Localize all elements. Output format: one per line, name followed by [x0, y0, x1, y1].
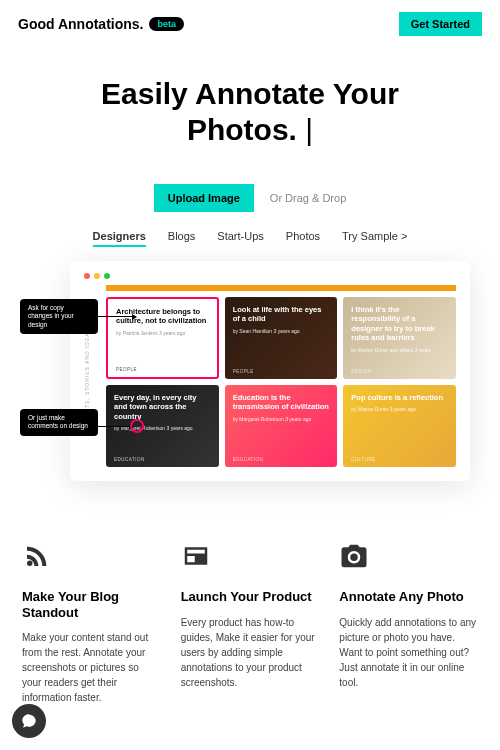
hero-title: Easily Annotate Your Photos. | — [20, 76, 480, 148]
demo-window: THOUGHTS, STORIES AND IDEAS Architecture… — [70, 261, 470, 481]
feature-title: Launch Your Product — [181, 589, 320, 605]
tab-designers[interactable]: Designers — [93, 230, 146, 247]
card-meta: by Margaret Robertson 3 years ago — [233, 416, 330, 422]
card-meta: by Sean Hamilton 3 years ago — [233, 328, 330, 334]
callout-comments: Or just make comments on design — [20, 409, 98, 436]
card-tag: PEOPLE — [116, 367, 137, 372]
hero-line2: Photos. — [187, 113, 297, 146]
camera-icon — [339, 541, 369, 571]
feature-body: Quickly add annotations to any picture o… — [339, 615, 478, 690]
window-controls — [78, 269, 462, 285]
card-title: Education is the transmission of civiliz… — [233, 393, 330, 412]
card-title: Every day, in every city and town across… — [114, 393, 211, 421]
hero-line1: Easily Annotate Your — [101, 77, 399, 110]
cards-grid: THOUGHTS, STORIES AND IDEAS Architecture… — [78, 297, 462, 473]
drag-drop-text: Or Drag & Drop — [270, 192, 346, 204]
feature-photo: Annotate Any Photo Quickly add annotatio… — [339, 541, 478, 705]
demo-container: Ask for copy changes in your design Or j… — [30, 261, 470, 481]
upload-image-button[interactable]: Upload Image — [154, 184, 254, 212]
card-tag: EDUCATION — [233, 457, 264, 462]
logo-text[interactable]: Good Annotations. — [18, 16, 143, 32]
expand-dot-icon — [104, 273, 110, 279]
card-meta: by Marion Duran 3 years ago — [351, 406, 448, 412]
card-tag: DESIGN — [351, 369, 371, 374]
typing-cursor: | — [305, 113, 313, 146]
demo-card: I think it's the responsibility of a des… — [343, 297, 456, 379]
card-title: Look at life with the eyes of a child — [233, 305, 330, 324]
feature-title: Annotate Any Photo — [339, 589, 478, 605]
minimize-dot-icon — [94, 273, 100, 279]
header: Good Annotations. beta Get Started — [0, 0, 500, 48]
tab-blogs[interactable]: Blogs — [168, 230, 196, 247]
header-bar — [106, 285, 456, 291]
beta-badge: beta — [149, 17, 184, 31]
chat-icon — [21, 713, 37, 729]
feature-body: Every product has how-to guides, Make it… — [181, 615, 320, 690]
feature-product: Launch Your Product Every product has ho… — [181, 541, 320, 705]
hero: Easily Annotate Your Photos. | — [0, 48, 500, 160]
demo-card: Education is the transmission of civiliz… — [225, 385, 338, 467]
demo-card: Architecture belongs to culture, not to … — [106, 297, 219, 379]
card-tag: PEOPLE — [233, 369, 254, 374]
arrow-icon — [98, 426, 133, 427]
upload-row: Upload Image Or Drag & Drop — [0, 184, 500, 212]
demo-tabs: Designers Blogs Start-Ups Photos Try Sam… — [0, 230, 500, 247]
card-tag: CULTURE — [351, 457, 375, 462]
window-icon — [181, 541, 211, 571]
tab-try-sample[interactable]: Try Sample > — [342, 230, 407, 247]
feature-blog: Make Your Blog Standout Make your conten… — [22, 541, 161, 705]
tab-startups[interactable]: Start-Ups — [217, 230, 263, 247]
card-title: Pop culture is a reflection — [351, 393, 448, 402]
card-title: I think it's the responsibility of a des… — [351, 305, 448, 343]
circle-marker-icon — [130, 419, 144, 433]
feature-title: Make Your Blog Standout — [22, 589, 161, 620]
callout-copy-changes: Ask for copy changes in your design — [20, 299, 98, 334]
get-started-button[interactable]: Get Started — [399, 12, 482, 36]
card-meta: by Marion Duran and others 3 years — [351, 347, 448, 353]
demo-card: Look at life with the eyes of a child by… — [225, 297, 338, 379]
feature-body: Make your content stand out from the res… — [22, 630, 161, 705]
close-dot-icon — [84, 273, 90, 279]
arrow-icon — [98, 316, 136, 317]
card-tag: EDUCATION — [114, 457, 145, 462]
logo-wrap: Good Annotations. beta — [18, 16, 184, 32]
tab-photos[interactable]: Photos — [286, 230, 320, 247]
chat-button[interactable] — [12, 704, 46, 735]
card-meta: by Patricia Jenkins 3 years ago — [116, 330, 209, 336]
features-section: Make Your Blog Standout Make your conten… — [0, 521, 500, 735]
rss-icon — [22, 541, 52, 571]
demo-card: Pop culture is a reflection by Marion Du… — [343, 385, 456, 467]
